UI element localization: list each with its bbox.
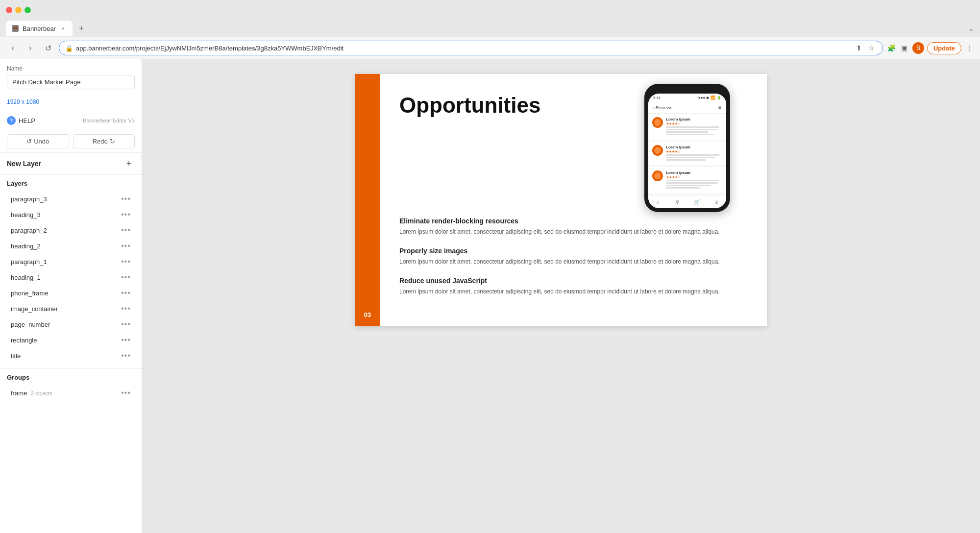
add-layer-button[interactable]: + — [123, 158, 135, 170]
layer-menu-dots[interactable]: ••• — [121, 226, 131, 235]
layer-menu-dots[interactable]: ••• — [121, 289, 131, 297]
browser-right-icons: 🧩 ▣ B Update ⋮ — [887, 42, 974, 54]
nav-home-icon: ⌂ — [654, 198, 662, 206]
tabs-dropdown[interactable]: ⌄ — [968, 24, 974, 32]
layer-menu-dots[interactable]: ••• — [121, 351, 131, 360]
layer-item[interactable]: paragraph_3 ••• — [7, 191, 135, 207]
layer-item[interactable]: image_container ••• — [7, 301, 135, 316]
slide-title: Opportunities — [399, 94, 540, 117]
slide-header: Opportunities 9:41 ●●● ▶ 📶 🔋 — [399, 94, 742, 212]
help-row: ? HELP Bannerbear Editor V3 — [0, 111, 142, 130]
opp-text-2: Lorem ipsum dolor sit amet, consectetur … — [399, 257, 742, 266]
share-icon[interactable]: ⬆ — [854, 43, 864, 53]
undo-redo-row: ↺ Undo Redo ↻ — [0, 130, 142, 152]
layer-item[interactable]: heading_3 ••• — [7, 207, 135, 222]
group-item-frame[interactable]: frame 2 objects ••• — [7, 385, 135, 401]
url-text: app.bannerbear.com/projects/EjJywNMlJm5z… — [76, 45, 343, 52]
layer-item[interactable]: phone_frame ••• — [7, 285, 135, 301]
layer-item[interactable]: rectangle ••• — [7, 332, 135, 348]
slide-container: 03 Opportunities 9:41 ●●● ▶ 📶 🔋 — [355, 74, 767, 326]
phone-mockup: 9:41 ●●● ▶ 📶 🔋 ‹ Reviews ≡ — [644, 94, 742, 212]
undo-icon: ↺ — [26, 138, 32, 145]
profile-icon[interactable]: B — [912, 42, 924, 54]
phone-nav-bar: ‹ Reviews ≡ — [648, 102, 726, 114]
layer-item[interactable]: page_number ••• — [7, 316, 135, 332]
traffic-lights — [6, 7, 31, 13]
review-stars: ★★★★☆ — [666, 150, 722, 154]
sidebar-icon[interactable]: ▣ — [900, 43, 909, 53]
tab-title: Bannerbear — [23, 25, 56, 32]
lock-icon: 🔒 — [65, 45, 73, 52]
browser-chrome: 🐻 Bannerbear × + ⌄ ‹ › ↺ 🔒 app.bannerbea… — [0, 0, 980, 59]
opp-heading-3: Reduce unused JavaScript — [399, 277, 742, 285]
layer-menu-dots[interactable]: ••• — [121, 194, 131, 203]
maximize-traffic-light[interactable] — [24, 7, 31, 13]
opportunity-item-1: Eliminate render-blocking resources Lore… — [399, 217, 742, 236]
more-icon[interactable]: ⋮ — [964, 43, 974, 53]
forward-button[interactable]: › — [24, 41, 37, 55]
active-tab[interactable]: 🐻 Bannerbear × — [6, 21, 73, 36]
review-stars: ★★★★☆ — [666, 122, 722, 126]
layer-menu-dots[interactable]: ••• — [121, 320, 131, 329]
help-icon[interactable]: ? — [7, 116, 16, 125]
nav-search-icon: ⚲ — [674, 198, 682, 206]
nav-profile-icon: ⊙ — [712, 198, 720, 206]
size-link[interactable]: 1920 x 1080 — [7, 98, 39, 105]
layer-menu-dots[interactable]: ••• — [121, 304, 131, 313]
address-bar[interactable]: 🔒 app.bannerbear.com/projects/EjJywNMlJm… — [59, 41, 883, 55]
layer-menu-dots[interactable]: ••• — [121, 336, 131, 344]
undo-button[interactable]: ↺ Undo — [7, 134, 69, 148]
help-left: ? HELP — [7, 116, 35, 125]
phone-bottom-nav: ⌂ ⚲ 🛒 ⊙ — [648, 195, 726, 208]
close-traffic-light[interactable] — [6, 7, 12, 13]
layers-label: Layers — [7, 180, 135, 187]
groups-section: Groups frame 2 objects ••• — [0, 368, 142, 406]
tab-bar: 🐻 Bannerbear × + ⌄ — [0, 20, 980, 37]
back-button[interactable]: ‹ — [6, 41, 20, 55]
refresh-button[interactable]: ↺ — [41, 41, 55, 55]
phone-frame: 9:41 ●●● ▶ 📶 🔋 ‹ Reviews ≡ — [644, 84, 730, 212]
size-section: 1920 x 1080 — [0, 95, 142, 111]
layer-menu-dots[interactable]: ••• — [121, 273, 131, 282]
group-menu-dots[interactable]: ••• — [121, 388, 131, 397]
layer-menu-dots[interactable]: ••• — [121, 242, 131, 250]
phone-status-bar: 9:41 ●●● ▶ 📶 🔋 — [648, 94, 726, 102]
tab-favicon: 🐻 — [12, 25, 19, 32]
slide-body: Eliminate render-blocking resources Lore… — [399, 217, 742, 307]
name-label: Name — [7, 65, 135, 72]
extensions-icon[interactable]: 🧩 — [887, 43, 897, 53]
redo-button[interactable]: Redo ↻ — [73, 134, 135, 148]
name-input[interactable] — [7, 75, 135, 89]
tab-close-button[interactable]: × — [60, 25, 67, 32]
avatar-inner — [654, 172, 661, 179]
layer-menu-dots[interactable]: ••• — [121, 257, 131, 266]
minimize-traffic-light[interactable] — [15, 7, 22, 13]
phone-hamburger: ≡ — [718, 105, 721, 110]
review-avatar — [652, 145, 663, 156]
layer-item-title[interactable]: title ••• — [7, 348, 135, 363]
layer-item[interactable]: paragraph_2 ••• — [7, 222, 135, 238]
new-layer-label: New Layer — [7, 160, 41, 168]
nav-cart-icon: 🛒 — [693, 198, 701, 206]
layer-item[interactable]: paragraph_1 ••• — [7, 254, 135, 269]
layer-menu-dots[interactable]: ••• — [121, 210, 131, 219]
avatar-inner — [654, 147, 661, 154]
update-button[interactable]: Update — [927, 42, 961, 54]
review-name: Lorem ipsum — [666, 117, 722, 121]
redo-label: Redo — [93, 138, 108, 145]
review-item-2: Lorem ipsum ★★★★☆ — [648, 142, 726, 165]
review-stars: ★★★★☆ — [666, 175, 722, 179]
layer-item[interactable]: heading_2 ••• — [7, 238, 135, 254]
canvas-area: 03 Opportunities 9:41 ●●● ▶ 📶 🔋 — [142, 59, 980, 533]
review-right: Lorem ipsum ★★★★☆ — [666, 117, 722, 136]
new-tab-button[interactable]: + — [74, 22, 88, 35]
new-layer-row: New Layer + — [0, 152, 142, 175]
opp-heading-2: Properly size images — [399, 247, 742, 255]
name-section: Name — [0, 59, 142, 95]
review-right: Lorem ipsum ★★★★☆ — [666, 170, 722, 190]
review-right: Lorem ipsum ★★★★☆ — [666, 145, 722, 162]
phone-back: ‹ Reviews — [653, 105, 672, 110]
bookmark-icon[interactable]: ☆ — [867, 43, 877, 53]
layer-item[interactable]: heading_1 ••• — [7, 269, 135, 285]
orange-sidebar: 03 — [355, 74, 380, 326]
